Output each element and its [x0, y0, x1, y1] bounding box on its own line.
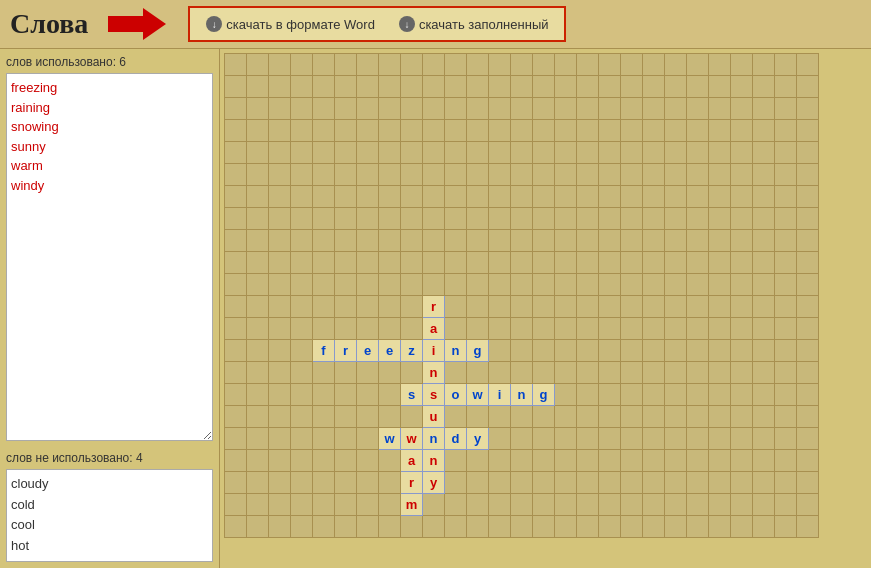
grid-cell: [225, 406, 247, 428]
grid-cell: [643, 516, 665, 538]
grid-cell: r: [335, 340, 357, 362]
grid-cell: [775, 296, 797, 318]
grid-cell: [731, 406, 753, 428]
grid-cell: [291, 252, 313, 274]
grid-cell: [775, 76, 797, 98]
grid-cell: [467, 164, 489, 186]
grid-cell: w: [401, 428, 423, 450]
grid-cell: [731, 428, 753, 450]
grid-cell: [731, 340, 753, 362]
grid-cell: [577, 186, 599, 208]
grid-cell: [665, 340, 687, 362]
grid-cell: [709, 274, 731, 296]
grid-cell: [401, 76, 423, 98]
grid-cell: [577, 54, 599, 76]
grid-cell: [511, 142, 533, 164]
download-word-icon: ↓: [206, 16, 222, 32]
grid-cell: [599, 428, 621, 450]
grid-cell: [621, 384, 643, 406]
grid-cell: [445, 362, 467, 384]
list-item: sunny: [11, 137, 208, 157]
grid-cell: [511, 296, 533, 318]
download-filled-icon: ↓: [399, 16, 415, 32]
grid-cell: [577, 120, 599, 142]
grid-cell: [665, 230, 687, 252]
grid-cell: [687, 516, 709, 538]
grid-cell: [247, 142, 269, 164]
grid-cell: [401, 186, 423, 208]
grid-cell: [335, 450, 357, 472]
grid-cell: [709, 54, 731, 76]
grid-cell: [269, 340, 291, 362]
grid-area[interactable]: rafreezingnssowinguwwndyanrym: [220, 49, 871, 568]
grid-cell: [577, 252, 599, 274]
grid-cell: [489, 340, 511, 362]
grid-cell: [775, 428, 797, 450]
download-word-button[interactable]: ↓ скачать в формате Word: [202, 14, 379, 34]
grid-cell: [247, 384, 269, 406]
grid-cell: [709, 164, 731, 186]
grid-cell: [291, 76, 313, 98]
grid-cell: m: [401, 494, 423, 516]
grid-cell: [511, 230, 533, 252]
grid-cell: [489, 296, 511, 318]
grid-cell: [775, 362, 797, 384]
grid-cell: [247, 164, 269, 186]
grid-cell: [489, 186, 511, 208]
grid-cell: [577, 340, 599, 362]
grid-cell: [313, 472, 335, 494]
grid-cell: [775, 384, 797, 406]
grid-cell: [665, 54, 687, 76]
grid-cell: [687, 76, 709, 98]
grid-cell: [313, 54, 335, 76]
grid-cell: [379, 76, 401, 98]
grid-cell: [687, 406, 709, 428]
list-item: snowing: [11, 117, 208, 137]
grid-cell: [533, 208, 555, 230]
grid-cell: [775, 186, 797, 208]
grid-cell: [709, 406, 731, 428]
grid-cell: [467, 120, 489, 142]
grid-cell: [753, 208, 775, 230]
grid-cell: [555, 274, 577, 296]
grid-cell: [621, 494, 643, 516]
grid-cell: [577, 318, 599, 340]
grid-cell: [225, 450, 247, 472]
list-item: hot: [11, 536, 208, 557]
grid-cell: [269, 142, 291, 164]
grid-cell: [797, 472, 819, 494]
svg-marker-0: [108, 8, 166, 40]
grid-cell: [269, 164, 291, 186]
grid-cell: [511, 516, 533, 538]
grid-cell: [445, 230, 467, 252]
grid-cell: [357, 428, 379, 450]
used-words-box[interactable]: freezing raining snowing sunny warm wind…: [6, 73, 213, 441]
grid-cell: [269, 120, 291, 142]
grid-cell: [709, 428, 731, 450]
grid-cell: [533, 362, 555, 384]
download-filled-button[interactable]: ↓ скачать заполненный: [395, 14, 553, 34]
grid-cell: [225, 494, 247, 516]
grid-cell: [379, 472, 401, 494]
grid-cell: [731, 494, 753, 516]
grid-cell: [511, 494, 533, 516]
grid-cell: [643, 274, 665, 296]
unused-words-box: cloudy cold cool hot: [6, 469, 213, 562]
grid-cell: [731, 120, 753, 142]
grid-cell: [511, 54, 533, 76]
grid-cell: [577, 208, 599, 230]
grid-cell: [401, 54, 423, 76]
grid-cell: [489, 516, 511, 538]
grid-cell: [621, 208, 643, 230]
grid-cell: [379, 164, 401, 186]
grid-cell: [621, 340, 643, 362]
grid-cell: [555, 384, 577, 406]
grid-cell: [423, 230, 445, 252]
grid-cell: [247, 494, 269, 516]
grid-cell: [753, 494, 775, 516]
grid-cell: [335, 76, 357, 98]
grid-cell: [731, 450, 753, 472]
grid-cell: [709, 318, 731, 340]
grid-cell: [379, 208, 401, 230]
grid-cell: [445, 494, 467, 516]
